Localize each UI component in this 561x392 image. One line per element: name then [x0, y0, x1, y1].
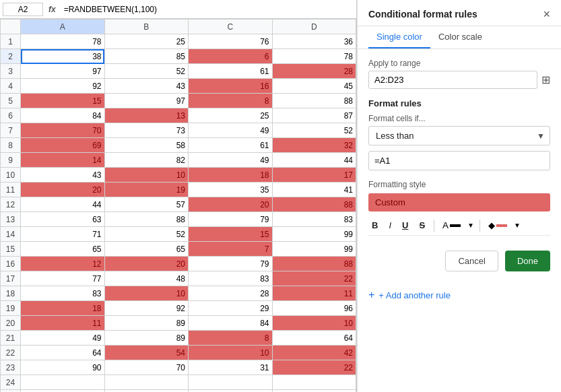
tab-color-scale[interactable]: Color scale — [430, 26, 490, 48]
list-item[interactable]: 70 — [104, 360, 189, 375]
list-item[interactable]: 48 — [104, 271, 189, 286]
list-item[interactable]: 61 — [189, 138, 273, 153]
list-item[interactable]: 89 — [104, 331, 189, 346]
list-item[interactable]: 99 — [272, 242, 356, 257]
list-item[interactable]: 90 — [21, 360, 105, 375]
list-item[interactable] — [272, 390, 356, 393]
list-item[interactable]: 83 — [189, 271, 273, 286]
list-item[interactable]: 69 — [21, 138, 105, 153]
col-header-A[interactable]: A — [21, 20, 105, 34]
list-item[interactable]: 15 — [21, 94, 105, 108]
list-item[interactable]: 28 — [189, 286, 273, 301]
list-item[interactable]: 12 — [21, 257, 105, 271]
list-item[interactable]: 18 — [21, 301, 105, 316]
list-item[interactable]: 87 — [272, 108, 356, 123]
done-button[interactable]: Done — [505, 251, 550, 271]
list-item[interactable]: 76 — [189, 34, 273, 49]
list-item[interactable]: 84 — [21, 108, 105, 123]
list-item[interactable]: 10 — [189, 346, 273, 360]
list-item[interactable]: 6 — [189, 49, 273, 64]
list-item[interactable]: 44 — [21, 197, 105, 212]
list-item[interactable]: 84 — [189, 316, 273, 331]
close-button[interactable]: × — [543, 8, 550, 20]
list-item[interactable]: 88 — [272, 257, 356, 271]
list-item[interactable]: 92 — [104, 301, 189, 316]
list-item[interactable]: 17 — [272, 168, 356, 183]
list-item[interactable]: 41 — [272, 183, 356, 197]
col-header-C[interactable]: C — [189, 20, 273, 34]
list-item[interactable]: 61 — [189, 64, 273, 79]
list-item[interactable]: 36 — [272, 34, 356, 49]
list-item[interactable]: 77 — [21, 271, 105, 286]
list-item[interactable]: 97 — [104, 94, 189, 108]
list-item[interactable]: 10 — [272, 316, 356, 331]
list-item[interactable]: 22 — [272, 360, 356, 375]
list-item[interactable]: 64 — [21, 346, 105, 360]
list-item[interactable]: 57 — [104, 197, 189, 212]
condition-select[interactable]: Less than — [368, 126, 550, 145]
list-item[interactable] — [21, 375, 105, 390]
list-item[interactable]: 25 — [104, 34, 189, 49]
list-item[interactable]: 54 — [104, 346, 189, 360]
list-item[interactable]: 15 — [189, 227, 273, 242]
list-item[interactable]: 42 — [272, 346, 356, 360]
list-item[interactable]: 88 — [104, 212, 189, 227]
list-item[interactable]: 96 — [272, 301, 356, 316]
list-item[interactable]: 20 — [189, 197, 273, 212]
list-item[interactable]: 79 — [189, 257, 273, 271]
list-item[interactable]: 58 — [104, 138, 189, 153]
list-item[interactable]: 43 — [21, 168, 105, 183]
list-item[interactable]: 49 — [21, 331, 105, 346]
list-item[interactable]: 88 — [272, 94, 356, 108]
list-item[interactable]: 45 — [272, 79, 356, 94]
list-item[interactable]: 11 — [272, 286, 356, 301]
cell-reference-input[interactable] — [3, 3, 43, 16]
list-item[interactable]: 83 — [272, 212, 356, 227]
list-item[interactable]: 85 — [104, 49, 189, 64]
list-item[interactable]: 31 — [189, 360, 273, 375]
bold-button[interactable]: B — [368, 218, 381, 232]
formula-input[interactable] — [61, 3, 354, 15]
list-item[interactable]: 70 — [21, 123, 105, 138]
underline-button[interactable]: U — [399, 218, 411, 232]
cancel-button[interactable]: Cancel — [445, 251, 498, 271]
list-item[interactable]: 88 — [272, 197, 356, 212]
list-item[interactable]: 78 — [272, 49, 356, 64]
list-item[interactable]: 35 — [189, 183, 273, 197]
list-item[interactable]: 25 — [189, 108, 273, 123]
list-item[interactable]: 71 — [21, 227, 105, 242]
list-item[interactable]: 89 — [104, 316, 189, 331]
list-item[interactable]: 73 — [104, 123, 189, 138]
list-item[interactable]: 99 — [272, 227, 356, 242]
list-item[interactable] — [189, 390, 273, 393]
col-header-B[interactable]: B — [104, 20, 189, 34]
list-item[interactable]: 7 — [189, 242, 273, 257]
list-item[interactable]: 16 — [189, 79, 273, 94]
strikethrough-button[interactable]: S — [416, 218, 428, 232]
list-item[interactable]: 19 — [104, 183, 189, 197]
list-item[interactable]: 14 — [21, 153, 105, 168]
list-item[interactable]: 8 — [189, 331, 273, 346]
fill-color-button[interactable]: ◆ — [486, 218, 510, 232]
list-item[interactable]: 20 — [21, 183, 105, 197]
add-another-rule[interactable]: + + Add another rule — [368, 286, 550, 304]
list-item[interactable]: 78 — [21, 34, 105, 49]
list-item[interactable]: 43 — [104, 79, 189, 94]
list-item[interactable]: 10 — [104, 168, 189, 183]
list-item[interactable]: 20 — [104, 257, 189, 271]
list-item[interactable]: 52 — [272, 123, 356, 138]
list-item[interactable]: 82 — [104, 153, 189, 168]
list-item[interactable]: 13 — [104, 108, 189, 123]
list-item[interactable]: 29 — [189, 301, 273, 316]
col-header-D[interactable]: D — [272, 20, 356, 34]
list-item[interactable]: 83 — [21, 286, 105, 301]
list-item[interactable]: 65 — [104, 242, 189, 257]
font-color-button[interactable]: A — [440, 218, 463, 232]
italic-button[interactable]: I — [385, 218, 395, 232]
list-item[interactable]: 22 — [272, 271, 356, 286]
font-color-dropdown-icon[interactable]: ▼ — [467, 222, 474, 229]
list-item[interactable]: 44 — [272, 153, 356, 168]
list-item[interactable] — [272, 375, 356, 390]
list-item[interactable]: 8 — [189, 94, 273, 108]
list-item[interactable]: 49 — [189, 153, 273, 168]
